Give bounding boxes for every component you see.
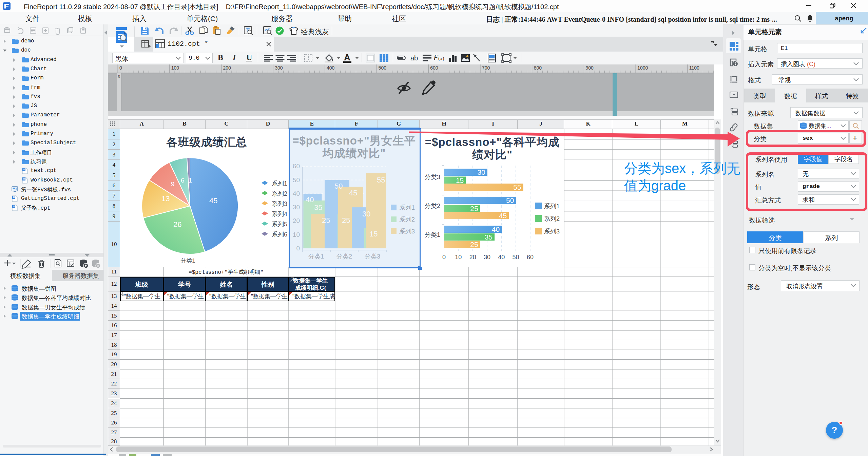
svg-text:45: 45 <box>209 196 217 205</box>
svg-text:9: 9 <box>171 180 175 188</box>
svg-text:30: 30 <box>484 254 490 261</box>
svg-text:200: 200 <box>223 65 231 71</box>
svg-text:30: 30 <box>477 168 485 176</box>
svg-text:10: 10 <box>455 254 462 261</box>
svg-text:13: 13 <box>161 194 170 203</box>
svg-text:6: 6 <box>181 177 185 184</box>
svg-text:600: 600 <box>430 65 438 71</box>
svg-text:300: 300 <box>275 65 283 71</box>
svg-text:55: 55 <box>513 183 521 191</box>
svg-text:26: 26 <box>173 220 181 229</box>
svg-text:50: 50 <box>513 254 519 261</box>
svg-text:900: 900 <box>585 65 594 71</box>
svg-text:0: 0 <box>442 254 446 261</box>
svg-text:分类3: 分类3 <box>425 174 440 180</box>
svg-text:系列2: 系列2 <box>544 215 560 222</box>
svg-text:1: 1 <box>189 177 192 184</box>
svg-text:分类2: 分类2 <box>425 203 440 209</box>
svg-text:400: 400 <box>327 65 335 71</box>
svg-text:15: 15 <box>456 176 464 184</box>
svg-text:20: 20 <box>469 254 476 261</box>
svg-text:分类1: 分类1 <box>425 231 440 238</box>
svg-text:40: 40 <box>498 254 505 261</box>
svg-text:1100: 1100 <box>689 65 699 71</box>
svg-text:45: 45 <box>499 212 507 220</box>
svg-text:系列3: 系列3 <box>544 228 560 235</box>
svg-text:700: 700 <box>482 65 490 71</box>
svg-text:40: 40 <box>492 225 500 233</box>
svg-text:25: 25 <box>470 205 478 212</box>
svg-text:500: 500 <box>379 65 387 71</box>
svg-text:100: 100 <box>171 65 179 71</box>
svg-text:60: 60 <box>527 254 534 261</box>
svg-text:800: 800 <box>534 65 542 71</box>
svg-text:系列1: 系列1 <box>544 203 560 210</box>
svg-text:25: 25 <box>470 241 478 248</box>
svg-text:50: 50 <box>506 196 514 204</box>
svg-text:35: 35 <box>485 233 493 241</box>
svg-text:1000: 1000 <box>637 65 648 71</box>
svg-text:0: 0 <box>119 65 122 71</box>
